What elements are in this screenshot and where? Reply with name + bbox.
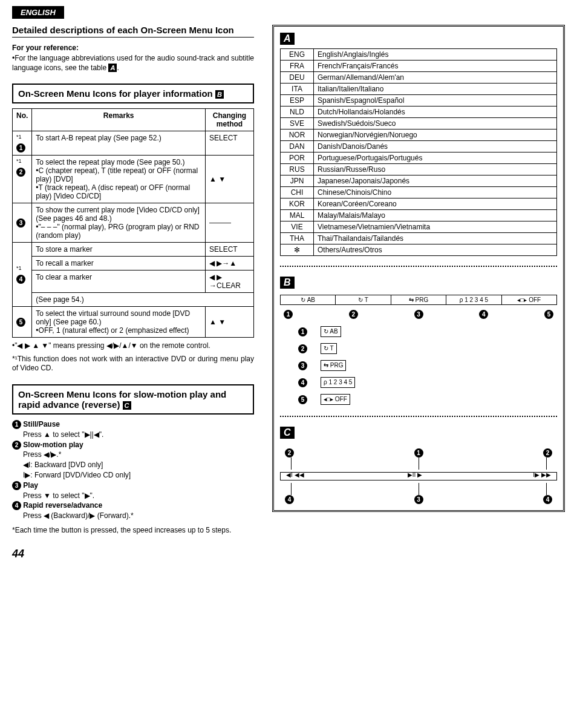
lang-row: MALMalay/Malais/Malayo [281,210,557,221]
table-row: To recall a marker ◀ ▶→▲ [13,257,254,271]
b-legend-row: 5◂□▸ OFF [298,393,557,406]
lang-row: JPNJapanese/Japonais/Japonés [281,175,557,187]
row-num-icon: 3 [16,218,25,228]
lang-code: KOR [281,198,314,210]
slow-item-line: Press ▲ to select "▶||◀". [23,430,254,440]
lang-name: French/Français/Francés [314,61,557,72]
slow-item: 3 PlayPress ▼ to select "▶". [12,480,254,501]
lang-name: Swedish/Suédois/Sueco [314,118,557,130]
table-row: 5 To select the virtual surround sound m… [13,307,254,338]
cell-method: ——— [206,203,254,243]
lang-name: Danish/Danois/Danés [314,141,557,152]
slow-item: 2 Slow-motion playPress ◀/▶.*◀I: Backwar… [12,440,254,480]
lang-name: Others/Autres/Otros [314,244,557,256]
player-info-section-title: On-Screen Menu Icons for player informat… [12,84,254,103]
lang-row: DEUGerman/Allemand/Alem'an [281,72,557,84]
lang-row: PORPortuguese/Portugais/Portugués [281,152,557,164]
table-row: To clear a marker ◀ ▶ →CLEAR [13,271,254,293]
slow-num-icon: 2 [12,441,21,450]
reference-text: •For the language abbreviations used for… [12,54,254,73]
slow-item-line: Press ▼ to select "▶". [23,491,254,501]
slow-num-icon: 4 [12,501,21,510]
b-legend-row: 2↻ T [298,342,557,355]
c-diagram: 2 1 2 ◀I ◀◀ ▶II ▶ I▶ ▶▶ [280,448,557,504]
lang-row: CHIChinese/Chinois/Chino [281,187,557,198]
lang-name: Dutch/Hollandais/Holandés [314,107,557,118]
cell-remarks: To start A-B repeat play (See page 52.) [32,131,206,156]
reference-badge-a: A [108,64,117,72]
b-legend-num-icon: 1 [298,327,307,336]
lang-name: Thai/Thailandais/Tailandés [314,233,557,244]
table-row: *14 To store a marker SELECT [13,243,254,257]
cell-remarks: To recall a marker [32,257,206,271]
b-icon-strip: ↻ AB↻ T⇆ PRGρ 1 2 3 4 5◂□▸ OFF [280,295,557,305]
slow-footnote: *Each time the button is pressed, the sp… [12,526,254,536]
c-num-icon: 4 [285,495,294,504]
cell-method: SELECT [206,243,254,257]
main-heading: Detailed descriptions of each On-Screen … [12,25,254,38]
slow-item-title: Play [21,481,38,490]
section-b-label: B [280,277,295,289]
b-legend-row: 1↻ AB [298,325,557,338]
slow-item-title: Slow-motion play [21,441,83,449]
lang-code: ITA [281,84,314,95]
num-3-icon: 3 [414,310,423,319]
b-legend-icon: ⇆ PRG [321,360,346,371]
sup: *1 [16,158,22,164]
lang-name: Norwegian/Norvégien/Noruego [314,130,557,141]
dotted-separator [280,416,557,417]
player-info-badge-b: B [215,90,224,99]
slow-item-line: ◀I: Backward [DVD only] [23,460,254,470]
lang-code: SVE [281,118,314,130]
cell-method: ▲ ▼ [206,156,254,203]
note-asterisk: *¹This function does not work with an in… [12,355,254,373]
b-strip-cell: ◂□▸ OFF [502,295,556,304]
b-strip-cell: ↻ AB [281,295,336,304]
num-2-icon: 2 [349,310,358,319]
lang-code: JPN [281,175,314,187]
b-strip-numbers: 1 2 3 4 5 [280,310,557,319]
lang-row: ESPSpanish/Espagnol/Español [281,95,557,107]
table-row: *11 To start A-B repeat play (See page 5… [13,131,254,156]
lang-code: POR [281,152,314,164]
lang-name: English/Anglais/Inglés [314,49,557,61]
lang-row: VIEVietnamese/Vietnamien/Vietnamita [281,221,557,233]
num-5-icon: 5 [544,310,553,319]
cell-remarks: To select the virtual surround sound mod… [32,307,206,338]
c-mark-mid: ▶II ▶ [408,471,422,478]
lang-row: FRAFrench/Français/Francés [281,61,557,72]
lang-row: RUSRussian/Russe/Ruso [281,164,557,175]
table-row: 3 To show the current play mode [Video C… [13,203,254,243]
reference-text-suffix: . [117,64,119,72]
b-legend-row: 3⇆ PRG [298,359,557,372]
num-1-icon: 1 [284,310,293,319]
slow-num-icon: 1 [12,420,21,429]
b-legend-icon: ↻ T [321,343,337,354]
lang-code: RUS [281,164,314,175]
cell-remarks: (See page 54.) [32,293,254,307]
player-info-table: No. Remarks Changing method *11 To start… [12,108,254,338]
lang-code: DAN [281,141,314,152]
b-legend-icon: ◂□▸ OFF [321,394,350,405]
lang-code: FRA [281,61,314,72]
c-num-icon: 2 [285,448,294,457]
b-legend-num-icon: 2 [298,344,307,353]
c-num-icon: 4 [543,495,552,504]
b-legend: 1↻ AB2↻ T3⇆ PRG4ρ 1 2 3 4 55◂□▸ OFF [280,325,557,406]
lang-code: NLD [281,107,314,118]
b-legend-icon: ↻ AB [321,326,341,337]
slow-item-line: Press ◀/▶.* [23,450,254,460]
lang-code: CHI [281,187,314,198]
row-num-icon: 4 [16,275,25,284]
b-strip-cell: ⇆ PRG [391,295,446,304]
lang-row: KORKorean/Coréen/Coreano [281,198,557,210]
cell-remarks: To select the repeat play mode (See page… [32,156,206,203]
page-number: 44 [12,548,254,560]
language-abbrev-table: ENGEnglish/Anglais/InglésFRAFrench/Franç… [280,48,557,256]
th-no: No. [13,109,32,131]
b-legend-num-icon: 3 [298,361,307,370]
c-mark-right: I▶ ▶▶ [533,471,551,478]
lang-code: ✻ [281,244,314,256]
cell-method: ◀ ▶ →CLEAR [206,271,254,293]
cell-method: ◀ ▶→▲ [206,257,254,271]
